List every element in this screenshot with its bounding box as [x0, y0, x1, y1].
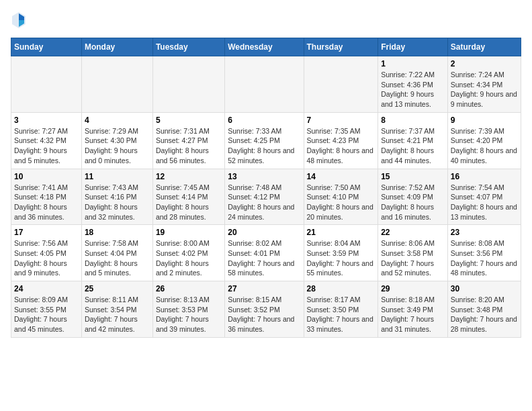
- day-info: Sunrise: 7:35 AMSunset: 4:23 PMDaylight:…: [307, 126, 375, 166]
- day-info: Sunrise: 7:45 AMSunset: 4:14 PMDaylight:…: [156, 183, 222, 222]
- day-cell: [304, 56, 378, 113]
- day-cell: [152, 56, 224, 113]
- day-cell: 20Sunrise: 8:02 AMSunset: 4:01 PMDayligh…: [225, 225, 304, 281]
- day-number: 28: [307, 284, 375, 293]
- week-row-5: 24Sunrise: 8:09 AMSunset: 3:55 PMDayligh…: [11, 281, 521, 338]
- day-number: 2: [451, 59, 518, 68]
- day-cell: 15Sunrise: 7:52 AMSunset: 4:09 PMDayligh…: [378, 169, 448, 225]
- day-number: 11: [85, 172, 150, 181]
- day-number: 5: [156, 116, 222, 125]
- day-cell: [225, 56, 304, 113]
- day-number: 16: [451, 172, 518, 181]
- day-number: 27: [228, 284, 300, 293]
- day-cell: 12Sunrise: 7:45 AMSunset: 4:14 PMDayligh…: [152, 169, 224, 225]
- calendar-table: SundayMondayTuesdayWednesdayThursdayFrid…: [11, 38, 521, 338]
- day-number: 22: [381, 228, 445, 237]
- day-number: 30: [451, 284, 518, 293]
- header-cell-thursday: Thursday: [304, 38, 378, 56]
- day-info: Sunrise: 7:43 AMSunset: 4:16 PMDaylight:…: [85, 183, 150, 222]
- day-cell: 25Sunrise: 8:11 AMSunset: 3:54 PMDayligh…: [81, 281, 152, 338]
- day-cell: [81, 56, 152, 113]
- header: [11, 11, 521, 30]
- day-number: 3: [14, 116, 79, 125]
- day-number: 9: [451, 116, 518, 125]
- day-info: Sunrise: 7:56 AMSunset: 4:05 PMDaylight:…: [14, 238, 79, 278]
- day-info: Sunrise: 7:33 AMSunset: 4:25 PMDaylight:…: [228, 126, 300, 166]
- day-number: 13: [228, 172, 300, 181]
- day-number: 21: [307, 228, 375, 237]
- day-number: 29: [381, 284, 445, 293]
- header-cell-sunday: Sunday: [11, 38, 82, 56]
- day-cell: 9Sunrise: 7:39 AMSunset: 4:20 PMDaylight…: [447, 112, 521, 169]
- week-row-3: 10Sunrise: 7:41 AMSunset: 4:18 PMDayligh…: [11, 169, 521, 225]
- day-info: Sunrise: 8:13 AMSunset: 3:53 PMDaylight:…: [156, 295, 222, 334]
- header-cell-monday: Monday: [81, 38, 152, 56]
- day-cell: 2Sunrise: 7:24 AMSunset: 4:34 PMDaylight…: [447, 56, 521, 113]
- header-cell-friday: Friday: [378, 38, 448, 56]
- day-info: Sunrise: 8:11 AMSunset: 3:54 PMDaylight:…: [85, 295, 150, 334]
- day-number: 4: [85, 116, 150, 125]
- day-cell: 7Sunrise: 7:35 AMSunset: 4:23 PMDaylight…: [304, 112, 378, 169]
- day-info: Sunrise: 8:09 AMSunset: 3:55 PMDaylight:…: [14, 295, 79, 334]
- day-cell: 1Sunrise: 7:22 AMSunset: 4:36 PMDaylight…: [378, 56, 448, 113]
- header-cell-tuesday: Tuesday: [152, 38, 224, 56]
- day-info: Sunrise: 8:17 AMSunset: 3:50 PMDaylight:…: [307, 295, 375, 334]
- logo-icon: [11, 11, 27, 30]
- day-info: Sunrise: 7:31 AMSunset: 4:27 PMDaylight:…: [156, 126, 222, 166]
- day-info: Sunrise: 8:00 AMSunset: 4:02 PMDaylight:…: [156, 238, 222, 278]
- day-cell: 4Sunrise: 7:29 AMSunset: 4:30 PMDaylight…: [81, 112, 152, 169]
- day-info: Sunrise: 7:41 AMSunset: 4:18 PMDaylight:…: [14, 183, 79, 222]
- day-info: Sunrise: 7:50 AMSunset: 4:10 PMDaylight:…: [307, 183, 375, 222]
- day-info: Sunrise: 7:24 AMSunset: 4:34 PMDaylight:…: [451, 70, 518, 109]
- day-number: 12: [156, 172, 222, 181]
- logo: [11, 11, 30, 30]
- day-number: 23: [451, 228, 518, 237]
- day-cell: 29Sunrise: 8:18 AMSunset: 3:49 PMDayligh…: [378, 281, 448, 338]
- day-info: Sunrise: 8:02 AMSunset: 4:01 PMDaylight:…: [228, 238, 300, 278]
- day-number: 24: [14, 284, 79, 293]
- week-row-1: 1Sunrise: 7:22 AMSunset: 4:36 PMDaylight…: [11, 56, 521, 113]
- day-cell: 26Sunrise: 8:13 AMSunset: 3:53 PMDayligh…: [152, 281, 224, 338]
- day-info: Sunrise: 8:15 AMSunset: 3:52 PMDaylight:…: [228, 295, 300, 334]
- day-cell: 22Sunrise: 8:06 AMSunset: 3:58 PMDayligh…: [378, 225, 448, 281]
- header-row: SundayMondayTuesdayWednesdayThursdayFrid…: [11, 38, 521, 56]
- week-row-2: 3Sunrise: 7:27 AMSunset: 4:32 PMDaylight…: [11, 112, 521, 169]
- day-info: Sunrise: 8:08 AMSunset: 3:56 PMDaylight:…: [451, 238, 518, 278]
- header-cell-saturday: Saturday: [447, 38, 521, 56]
- day-cell: 16Sunrise: 7:54 AMSunset: 4:07 PMDayligh…: [447, 169, 521, 225]
- day-number: 1: [381, 59, 445, 68]
- week-row-4: 17Sunrise: 7:56 AMSunset: 4:05 PMDayligh…: [11, 225, 521, 281]
- day-number: 10: [14, 172, 79, 181]
- day-number: 20: [228, 228, 300, 237]
- day-cell: 5Sunrise: 7:31 AMSunset: 4:27 PMDaylight…: [152, 112, 224, 169]
- day-info: Sunrise: 8:06 AMSunset: 3:58 PMDaylight:…: [381, 238, 445, 278]
- day-info: Sunrise: 7:27 AMSunset: 4:32 PMDaylight:…: [14, 126, 79, 166]
- day-info: Sunrise: 7:39 AMSunset: 4:20 PMDaylight:…: [451, 126, 518, 166]
- day-cell: 23Sunrise: 8:08 AMSunset: 3:56 PMDayligh…: [447, 225, 521, 281]
- day-info: Sunrise: 7:54 AMSunset: 4:07 PMDaylight:…: [451, 183, 518, 222]
- day-info: Sunrise: 8:20 AMSunset: 3:48 PMDaylight:…: [451, 295, 518, 334]
- day-cell: 24Sunrise: 8:09 AMSunset: 3:55 PMDayligh…: [11, 281, 82, 338]
- day-cell: 17Sunrise: 7:56 AMSunset: 4:05 PMDayligh…: [11, 225, 82, 281]
- day-number: 14: [307, 172, 375, 181]
- day-info: Sunrise: 7:29 AMSunset: 4:30 PMDaylight:…: [85, 126, 150, 166]
- day-cell: 27Sunrise: 8:15 AMSunset: 3:52 PMDayligh…: [225, 281, 304, 338]
- day-number: 6: [228, 116, 300, 125]
- day-info: Sunrise: 8:04 AMSunset: 3:59 PMDaylight:…: [307, 238, 375, 278]
- day-info: Sunrise: 7:52 AMSunset: 4:09 PMDaylight:…: [381, 183, 445, 222]
- day-info: Sunrise: 7:48 AMSunset: 4:12 PMDaylight:…: [228, 183, 300, 222]
- day-info: Sunrise: 7:58 AMSunset: 4:04 PMDaylight:…: [85, 238, 150, 278]
- day-number: 18: [85, 228, 150, 237]
- day-number: 15: [381, 172, 445, 181]
- header-cell-wednesday: Wednesday: [225, 38, 304, 56]
- day-number: 19: [156, 228, 222, 237]
- day-info: Sunrise: 7:37 AMSunset: 4:21 PMDaylight:…: [381, 126, 445, 166]
- day-number: 8: [381, 116, 445, 125]
- day-info: Sunrise: 8:18 AMSunset: 3:49 PMDaylight:…: [381, 295, 445, 334]
- day-cell: 13Sunrise: 7:48 AMSunset: 4:12 PMDayligh…: [225, 169, 304, 225]
- day-number: 26: [156, 284, 222, 293]
- day-number: 7: [307, 116, 375, 125]
- day-cell: 8Sunrise: 7:37 AMSunset: 4:21 PMDaylight…: [378, 112, 448, 169]
- day-cell: 6Sunrise: 7:33 AMSunset: 4:25 PMDaylight…: [225, 112, 304, 169]
- day-cell: 14Sunrise: 7:50 AMSunset: 4:10 PMDayligh…: [304, 169, 378, 225]
